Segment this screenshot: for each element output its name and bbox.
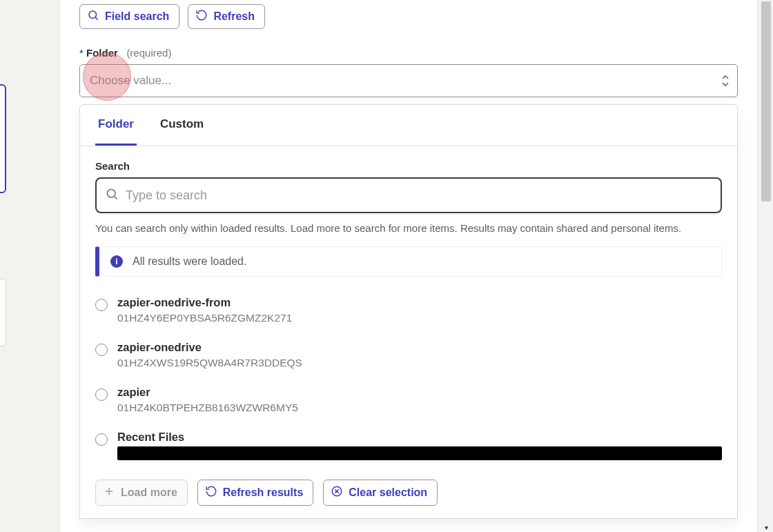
search-input[interactable] — [126, 188, 712, 203]
dropdown-footer: Load more Refresh results — [95, 480, 722, 506]
dropdown-tabs: Folder Custom — [80, 105, 737, 146]
svg-point-2 — [107, 189, 115, 197]
info-banner: i All results were loaded. — [95, 246, 722, 277]
folder-select[interactable]: Choose value... — [79, 64, 738, 97]
refresh-icon — [195, 9, 208, 24]
field-search-label: Field search — [105, 10, 169, 23]
scrollbar-down-arrow[interactable]: ▾ — [761, 522, 771, 532]
option-subtitle: 01HZ4XWS19R5QW8A4R7R3DDEQS — [117, 357, 722, 369]
chevron-up-down-icon — [721, 75, 730, 87]
load-more-button: Load more — [95, 480, 188, 506]
search-label: Search — [95, 160, 722, 172]
clear-selection-button[interactable]: Clear selection — [323, 480, 438, 506]
options-list: zapier-onedrive-from 01HZ4Y6EP0YBSA5R6ZG… — [95, 296, 722, 460]
refresh-button[interactable]: Refresh — [188, 4, 265, 29]
required-hint: (required) — [126, 47, 171, 59]
radio[interactable] — [95, 433, 108, 446]
toolbar: Field search Refresh — [79, 4, 738, 29]
option-subtitle: 01HZ4K0BTPEHZB8163WZWR6MY5 — [117, 402, 722, 414]
tab-custom[interactable]: Custom — [157, 117, 206, 146]
search-hint: You can search only within loaded result… — [95, 221, 722, 235]
search-icon — [87, 9, 99, 24]
clear-selection-label: Clear selection — [349, 486, 427, 499]
folder-select-placeholder: Choose value... — [90, 74, 171, 88]
option-title: zapier-onedrive-from — [117, 296, 722, 309]
redacted-bar — [117, 446, 722, 460]
refresh-icon — [205, 485, 217, 500]
refresh-results-label: Refresh results — [223, 486, 304, 499]
radio[interactable] — [95, 388, 108, 401]
load-more-label: Load more — [121, 486, 177, 499]
svg-line-1 — [95, 17, 97, 19]
option-title: Recent Files — [117, 431, 722, 444]
left-gutter — [0, 0, 8, 532]
option-title: zapier — [117, 386, 722, 399]
left-panel-stub-active — [0, 84, 6, 193]
folder-dropdown-panel: Folder Custom Search You can search only… — [79, 104, 738, 519]
plus-icon — [103, 485, 115, 500]
search-input-wrap[interactable] — [95, 177, 722, 213]
info-icon: i — [110, 255, 123, 268]
list-item[interactable]: Recent Files — [95, 431, 722, 460]
main-panel: Field search Refresh * Folder (required)… — [59, 0, 758, 532]
required-asterisk: * — [79, 47, 84, 59]
list-item[interactable]: zapier-onedrive-from 01HZ4Y6EP0YBSA5R6ZG… — [95, 296, 722, 324]
field-label-row: * Folder (required) — [79, 47, 738, 59]
list-item[interactable]: zapier 01HZ4K0BTPEHZB8163WZWR6MY5 — [95, 386, 722, 414]
svg-point-0 — [89, 11, 97, 19]
radio[interactable] — [95, 344, 108, 356]
info-text: All results were loaded. — [133, 255, 246, 268]
refresh-results-button[interactable]: Refresh results — [197, 480, 314, 506]
scrollbar-thumb[interactable] — [761, 1, 771, 201]
refresh-label: Refresh — [213, 10, 255, 23]
field-label: Folder — [86, 47, 118, 59]
option-subtitle: 01HZ4Y6EP0YBSA5R6ZGMZ2K271 — [117, 312, 722, 324]
tab-folder[interactable]: Folder — [95, 117, 137, 146]
clear-icon — [331, 485, 343, 500]
svg-line-3 — [115, 197, 117, 199]
option-title: zapier-onedrive — [117, 341, 722, 354]
radio[interactable] — [95, 299, 108, 311]
list-item[interactable]: zapier-onedrive 01HZ4XWS19R5QW8A4R7R3DDE… — [95, 341, 722, 369]
search-icon — [105, 187, 119, 204]
left-panel-stub — [0, 279, 6, 346]
field-search-button[interactable]: Field search — [79, 4, 179, 29]
